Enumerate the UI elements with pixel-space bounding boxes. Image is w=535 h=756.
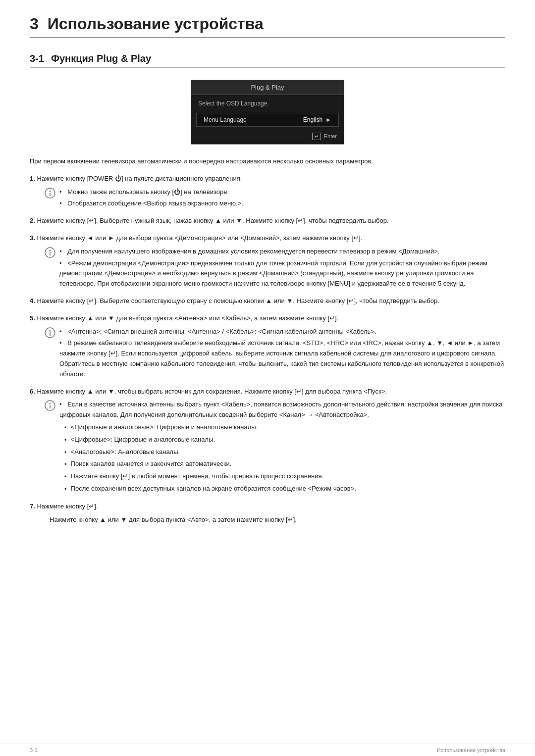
step-2-text: Нажмите кнопку [↵]. Выберите нужный язык… (37, 217, 388, 224)
footer-left: 3-1 (30, 747, 38, 753)
osd-footer: ↵ Enter (191, 130, 344, 144)
step-2: 2. Нажмите кнопку [↵]. Выберите нужный я… (30, 216, 505, 226)
footer-bar: 3-1 Использование устройства (0, 744, 535, 756)
section-header: 3-1Функция Plug & Play (30, 53, 505, 68)
svg-point-1 (50, 190, 51, 192)
step-1-text: Нажмите кнопку [POWER ⏻] на пульте диста… (37, 175, 242, 182)
step-6-note-row: • Если в качестве источника антенны выбр… (45, 400, 505, 420)
note-icon-6 (45, 400, 55, 411)
step-1: 1. Нажмите кнопку [POWER ⏻] на пульте ди… (30, 174, 505, 209)
step-3-bullet-2: • <Режим демонстрации <Демонстрация> пре… (59, 258, 505, 289)
step-3-bullet-1: • Для получения наилучшего изображения в… (59, 247, 505, 257)
step-3-text: Нажмите кнопку ◄ или ► для выбора пункта… (37, 234, 362, 242)
step-3-header: 3. Нажмите кнопку ◄ или ► для выбора пун… (30, 233, 505, 244)
step-6-note-bullets-container: • Если в качестве источника антенны выбр… (59, 400, 505, 420)
step-6-text: Нажмите кнопку ▲ или ▼, чтобы выбрать ис… (37, 388, 386, 395)
step-6-sub-list: • <Цифровые и аналоговые>: Цифровые и ан… (64, 422, 505, 495)
step-5: 5. Нажмите кнопку ▲ или ▼ для выбора пун… (30, 313, 505, 380)
step-4: 4. Нажмите кнопку [↵]. Выберите соответс… (30, 296, 505, 306)
svg-point-10 (50, 403, 51, 404)
content-body: При первом включении телевизора автомати… (30, 156, 505, 525)
osd-dialog: Plug & Play Select the OSD Language. Men… (191, 80, 344, 145)
step-7-subtext: Нажмите кнопку ▲ или ▼ для выбора пункта… (50, 515, 505, 525)
step-5-bullet-2: • В режиме кабельного телевидения выбери… (59, 338, 505, 379)
svg-point-7 (50, 330, 51, 331)
step-6: 6. Нажмите кнопку ▲ или ▼, чтобы выбрать… (30, 387, 505, 495)
step-1-notes: • Можно также использовать кнопку [⏻] на… (45, 187, 505, 209)
step-3-note-row: • Для получения наилучшего изображения в… (45, 247, 505, 289)
step-3-note-bullets-container: • Для получения наилучшего изображения в… (59, 247, 505, 289)
svg-point-4 (50, 250, 51, 251)
step-1-header: 1. Нажмите кнопку [POWER ⏻] на пульте ди… (30, 174, 505, 184)
osd-subtitle: Select the OSD Language. (191, 95, 344, 110)
step-4-header: 4. Нажмите кнопку [↵]. Выберите соответс… (30, 296, 505, 306)
step-6-sub-1: • <Цифровые и аналоговые>: Цифровые и ан… (64, 422, 505, 433)
step-5-bullet-1: • <Антенна>: <Сигнал внешней антенны. <А… (59, 327, 505, 337)
step-1-bullet-2: • Отобразится сообщение <Выбор языка экр… (59, 199, 243, 209)
osd-enter-icon: ↵ (312, 133, 321, 140)
step-3: 3. Нажмите кнопку ◄ или ► для выбора пун… (30, 233, 505, 289)
step-6-sub-5: • Нажмите кнопку [↵] в любой момент врем… (64, 471, 505, 482)
step-6-bullet-1: • Если в качестве источника антенны выбр… (59, 400, 505, 420)
step-7-header: 7. Нажмите кнопку [↵]. (30, 502, 505, 512)
step-4-text: Нажмите кнопку [↵]. Выберите соответству… (37, 297, 439, 304)
step-5-header: 5. Нажмите кнопку ▲ или ▼ для выбора пун… (30, 313, 505, 324)
osd-arrow-right-icon: ► (325, 116, 331, 123)
step-7-text: Нажмите кнопку [↵]. (37, 503, 98, 510)
step-3-notes: • Для получения наилучшего изображения в… (45, 247, 505, 289)
step-6-sub-3: • <Аналоговые>: Аналоговые каналы. (64, 447, 505, 458)
step-6-notes: • Если в качестве источника антенны выбр… (45, 400, 505, 494)
chapter-header: 3Использование устройства (30, 15, 505, 38)
intro-paragraph: При первом включении телевизора автомати… (30, 156, 505, 167)
osd-row-value: English (303, 116, 322, 123)
note-icon-1 (45, 188, 55, 199)
section-num: 3-1 (30, 53, 44, 64)
step-5-note-bullets-container: • <Антенна>: <Сигнал внешней антенны. <А… (59, 327, 505, 380)
footer-right: Использование устройства (437, 747, 505, 753)
step-5-notes: • <Антенна>: <Сигнал внешней антенны. <А… (45, 327, 505, 380)
step-6-sub-6: • После сохранения всех доступных канало… (64, 484, 505, 495)
step-7: 7. Нажмите кнопку [↵]. Нажмите кнопку ▲ … (30, 502, 505, 525)
step-1-note-row: • Можно также использовать кнопку [⏻] на… (45, 187, 505, 209)
osd-enter-label: Enter (324, 133, 337, 139)
step-5-note-row: • <Антенна>: <Сигнал внешней антенны. <А… (45, 327, 505, 380)
chapter-num: 3 (30, 15, 39, 33)
step-2-header: 2. Нажмите кнопку [↵]. Выберите нужный я… (30, 216, 505, 226)
step-5-text: Нажмите кнопку ▲ или ▼ для выбора пункта… (37, 314, 338, 322)
step-1-bullet-1: • Можно также использовать кнопку [⏻] на… (59, 187, 243, 198)
note-icon-5 (45, 327, 55, 338)
section-title: Функция Plug & Play (51, 53, 151, 64)
step-6-sub-2: • <Цифровые>: Цифровые и аналоговые кана… (64, 435, 505, 446)
step-1-note-bullets-container: • Можно также использовать кнопку [⏻] на… (59, 187, 243, 209)
step-6-header: 6. Нажмите кнопку ▲ или ▼, чтобы выбрать… (30, 387, 505, 397)
osd-title: Plug & Play (191, 80, 344, 95)
note-icon-3 (45, 247, 55, 258)
osd-menu-language-row[interactable]: Menu Language English ► (196, 113, 339, 127)
osd-row-label: Menu Language (204, 116, 303, 123)
step-6-sub-4: • Поиск каналов начнется и закончится ав… (64, 459, 505, 470)
chapter-title: Использование устройства (48, 15, 264, 33)
